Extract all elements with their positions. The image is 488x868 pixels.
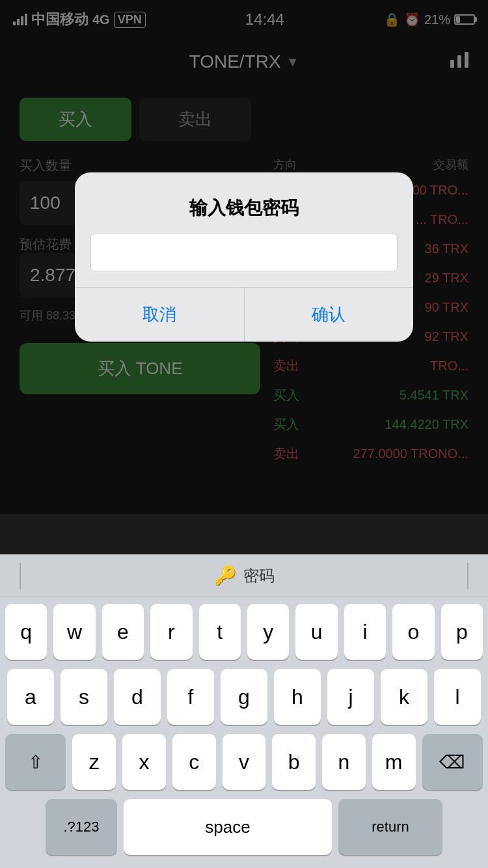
confirm-button[interactable]: 确认 [245, 288, 414, 342]
keyboard-toolbar: 🔑 密码 [0, 554, 488, 597]
key-delete[interactable]: ⌫ [422, 734, 483, 790]
shift-icon: ⇧ [28, 752, 43, 773]
key-p[interactable]: p [441, 604, 483, 660]
key-return[interactable]: return [338, 799, 442, 855]
key-i[interactable]: i [344, 604, 386, 660]
key-t[interactable]: t [199, 604, 241, 660]
key-o[interactable]: o [392, 604, 434, 660]
modal-title: 输入钱包密码 [75, 172, 413, 234]
modal-input-wrap [75, 234, 413, 287]
key-q[interactable]: q [5, 604, 47, 660]
key-z[interactable]: z [72, 734, 116, 790]
key-row-4: .?123 space return [5, 799, 483, 855]
key-a[interactable]: a [7, 669, 54, 725]
key-d[interactable]: d [114, 669, 161, 725]
cancel-button[interactable]: 取消 [75, 288, 244, 342]
key-u[interactable]: u [295, 604, 337, 660]
key-g[interactable]: g [221, 669, 267, 725]
key-row-3: ⇧ z x c v b n m ⌫ [5, 734, 483, 790]
key-row-2: a s d f g h j k l [5, 669, 483, 725]
key-y[interactable]: y [247, 604, 289, 660]
key-r[interactable]: r [150, 604, 192, 660]
key-row-1: q w e r t y u i o p [5, 604, 483, 660]
key-b[interactable]: b [272, 734, 316, 790]
keyboard-hint: 🔑 密码 [214, 565, 275, 586]
key-space[interactable]: space [124, 799, 332, 855]
password-input[interactable] [90, 234, 398, 271]
keyboard-area: 🔑 密码 q w e r t y u i o p a s d f g h j k [0, 554, 488, 868]
key-e[interactable]: e [102, 604, 144, 660]
key-v[interactable]: v [223, 734, 266, 790]
key-n[interactable]: n [322, 734, 366, 790]
key-k[interactable]: k [381, 669, 427, 725]
key-h[interactable]: h [274, 669, 321, 725]
modal-buttons: 取消 确认 [75, 287, 413, 342]
key-l[interactable]: l [434, 669, 481, 725]
key-icon: 🔑 [214, 565, 237, 586]
modal-overlay: 输入钱包密码 取消 确认 [0, 0, 488, 514]
password-modal: 输入钱包密码 取消 确认 [75, 172, 413, 342]
key-numbers[interactable]: .?123 [46, 799, 117, 855]
key-f[interactable]: f [167, 669, 214, 725]
key-c[interactable]: c [172, 734, 216, 790]
key-shift[interactable]: ⇧ [5, 734, 66, 790]
key-x[interactable]: x [122, 734, 166, 790]
key-j[interactable]: j [327, 669, 374, 725]
delete-icon: ⌫ [439, 752, 465, 773]
keyboard-rows: q w e r t y u i o p a s d f g h j k l ⇧ [0, 597, 488, 868]
key-m[interactable]: m [372, 734, 416, 790]
key-w[interactable]: w [53, 604, 95, 660]
key-s[interactable]: s [61, 669, 107, 725]
keyboard-toolbar-label: 密码 [243, 565, 275, 586]
